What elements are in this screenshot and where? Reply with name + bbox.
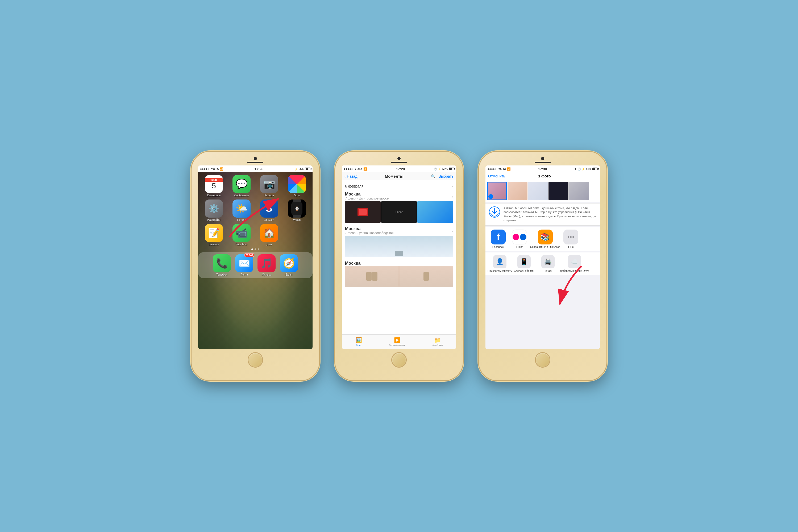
photo-speaker[interactable] [345,201,381,223]
share-cancel-button[interactable]: Отменить [488,174,505,178]
app-settings[interactable]: ⚙️ Настройки [201,200,226,221]
signal-dots-3 [488,168,496,170]
moments-section: 6 февраля › Москва 7 февр. · Дмитровское… [342,180,456,290]
dock-1: 📞 Телефон ✉️ 25 340 Почта 🎵 Музыка [198,252,312,278]
moment-location-3: Москва [345,259,453,289]
back-chevron: ‹ [344,174,346,178]
more-dot-2 [570,236,572,238]
page-dots-1 [198,248,312,250]
app-home-app[interactable]: 🏠 Дом [257,224,282,246]
dock-safari[interactable]: 🧭 Safari [280,254,298,276]
location-detail-1: 7 февр. · Дмитровское шоссе [345,196,388,200]
front-camera-1 [254,157,257,160]
thumb-baby-bg [508,182,528,200]
front-camera-3 [541,157,544,160]
battery-text-2: 55% [442,168,448,171]
photo-thumb-selected[interactable]: ✓ [487,182,507,200]
photo-check-mark: ✓ [488,194,493,199]
photo-thumb-dark[interactable] [549,182,568,200]
iphone-1: YOTA 📶 17:26 ⚡ 55% среда [191,152,319,380]
bluetooth-icon-3: ⚡ [582,168,585,171]
location-info-1: Москва 7 февр. · Дмитровское шоссе [345,192,388,201]
photos-select-button[interactable]: Выбрать [439,174,454,178]
photos-search-button[interactable]: 🔍 [431,174,435,178]
share-more[interactable]: Еще [560,230,582,248]
status-bar-1: YOTA 📶 17:26 ⚡ 55% [198,166,312,172]
app-messages[interactable]: 💬 Сообщения [229,175,254,197]
photo-dark[interactable]: iPhone [381,201,417,223]
safari-label: Safari [285,273,292,276]
app-camera[interactable]: 📷 Камера [257,175,282,197]
flickr-label: Flickr [516,246,523,248]
tab-albums-icon: 📁 [434,337,441,343]
battery-text-1: 55% [299,168,304,171]
thumb-dark-bg [549,182,568,200]
home-button-3[interactable] [535,352,550,367]
action-contact[interactable]: 👤 Присвоить контакту [488,255,512,272]
dock-phone[interactable]: 📞 Телефон [213,254,231,276]
print-icon: 🖨️ [541,255,555,268]
date-chevron: › [452,184,453,188]
photos-scroll-content[interactable]: 6 февраля › Москва 7 февр. · Дмитровское… [342,180,456,341]
share-ibooks[interactable]: 📚 Сохранить PDF в iBooks [530,230,560,248]
signal-dots-1 [200,168,209,170]
photos-back-button[interactable]: ‹ Назад [344,174,358,178]
tab-photos-label: Фото [356,344,361,347]
iphone-3: YOTA 📶 17:38 ⬆ 🕐 ⚡ 51% Отменить 1 фото [479,152,607,380]
action-print[interactable]: 🖨️ Печать [536,255,560,272]
share-top-bar: Отменить 1 фото [486,172,600,180]
app-notes[interactable]: 📝 Заметки [201,224,226,246]
bluetooth-icon-1: ⚡ [294,168,298,171]
action-icloud[interactable]: ☁️ Добавить в iCloud Drive [560,255,589,272]
photos-app: ‹ Назад Моменты 🔍 Выбрать 6 февраля › [342,172,456,349]
tab-memories[interactable]: ▶️ Воспоминания [389,337,405,347]
location-info-2: Москва 7 февр. · улица Новослободская [345,226,394,236]
app-calendar[interactable]: среда 5 Календарь [201,175,226,197]
location-row-3: Москва [345,261,453,266]
speaker-1 [247,162,263,163]
tab-albums[interactable]: 📁 Альбомы [432,337,443,347]
watch-face: ⌚ [291,202,302,215]
home-button-1[interactable] [248,352,263,367]
action-wallpaper[interactable]: 📱 Сделать обоями [512,255,536,272]
contact-label: Присвоить контакту [488,269,512,272]
watch-label: Watch [293,218,301,221]
print-label: Печать [544,269,552,272]
app-photos[interactable]: Фото [284,175,309,197]
facebook-label: Facebook [492,246,504,248]
photo-blue-text[interactable] [417,201,453,223]
shazam-label: Shazam [264,218,274,221]
share-facebook[interactable]: f Facebook [488,230,509,248]
app-facetime[interactable]: 📹 FaceTime [229,224,254,246]
wallpaper-icon: 📱 [517,255,531,268]
date-header-text: 6 февраля [345,184,364,188]
speaker-2 [391,162,407,163]
app-watch[interactable]: ⌚ Watch [284,200,309,221]
app-weather[interactable]: 🌤️ Погода [229,200,254,221]
photo-snow[interactable] [345,236,453,257]
dock-mail[interactable]: ✉️ 25 340 Почта [235,254,253,276]
app-shazam[interactable]: S Shazam [257,200,282,221]
photo-strip: ✓ [486,180,600,202]
photo-thumb-baby[interactable] [508,182,528,200]
settings-icon: ⚙️ [205,200,223,217]
iphone-bottom-3 [482,349,603,369]
photo-phones-2[interactable] [399,266,453,287]
tab-photos[interactable]: 🖼️ Фото [355,337,362,347]
safari-icon: 🧭 [280,254,298,272]
status-right-1: ⚡ 55% [294,168,310,171]
home-button-2[interactable] [391,352,407,367]
dock-music[interactable]: 🎵 Музыка [258,254,276,276]
city-name-2: Москва [345,226,394,231]
share-flickr[interactable]: Flickr [509,230,530,248]
messages-label: Сообщения [234,194,249,197]
photo-phones[interactable] [345,266,399,287]
more-icon [564,230,578,244]
screen-3: YOTA 📶 17:38 ⬆ 🕐 ⚡ 51% Отменить 1 фото [486,166,600,349]
photo-thumb-doc[interactable] [528,182,548,200]
screen-1: YOTA 📶 17:26 ⚡ 55% среда [198,166,312,349]
ibooks-icon: 📚 [538,230,553,244]
photo-thumb-extra[interactable] [569,182,589,200]
share-apps-row: f Facebook Flickr [486,227,600,251]
back-label: Назад [347,174,358,178]
